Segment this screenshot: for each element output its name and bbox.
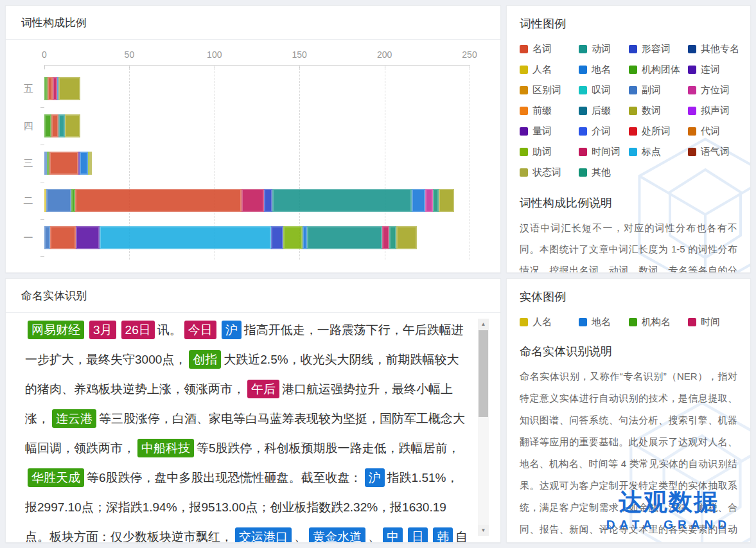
gridline — [470, 65, 470, 260]
bar-segment-副词[interactable] — [46, 189, 72, 212]
entity-time: 3月 — [89, 321, 116, 339]
chart-row: 五 — [44, 70, 470, 107]
chart-row: 一 — [44, 219, 470, 256]
legend-item: 语气词 — [688, 146, 739, 158]
legend-item: 时间词 — [579, 146, 629, 158]
legend-item: 处所词 — [629, 125, 688, 137]
bar-segment-名词[interactable] — [50, 226, 76, 249]
legend-item: 后缀 — [579, 105, 629, 117]
bar-segment-动词[interactable] — [307, 226, 382, 249]
bar-segment-名词[interactable] — [48, 77, 53, 100]
legend-item: 地名 — [579, 64, 629, 76]
bar-segment-助词[interactable] — [283, 226, 303, 249]
bar-segment-数词[interactable] — [396, 226, 417, 249]
bar-segment-动词[interactable] — [58, 114, 64, 137]
legend-color-chip — [579, 86, 587, 94]
bar-segment-形容词[interactable] — [264, 189, 272, 212]
legend-item: 助词 — [520, 146, 579, 158]
entity-time: 今日 — [184, 321, 216, 339]
bar-segment-名词[interactable] — [75, 189, 242, 212]
bar-segment-数词[interactable] — [65, 114, 80, 137]
legend-label: 地名 — [592, 64, 611, 76]
legend-item: 地名 — [579, 316, 629, 328]
bar-segment-地名[interactable] — [303, 226, 307, 249]
legend-color-chip — [520, 148, 528, 156]
stacked-bar — [44, 152, 470, 175]
bar-segment-方位词[interactable] — [425, 189, 433, 212]
bar-segment-时间词[interactable] — [53, 77, 57, 100]
ner-body: 网易财经3月26日讯。今日沪指高开低走，一路震荡下行，午后跌幅进一步扩大，最终失… — [6, 312, 500, 542]
legend-label: 机构名 — [642, 316, 671, 328]
bar-segment-名词[interactable] — [51, 114, 59, 137]
legend-item: 方位词 — [688, 84, 739, 96]
pos-chart-panel-title: 词性构成比例 — [6, 6, 500, 40]
y-axis-label: 一 — [17, 232, 39, 244]
legend-color-chip — [688, 107, 696, 115]
pos-desc-body: 汉语中词汇长短不一，对应的词性分布也各有不同。本图统计了文章中词汇长度为 1-5… — [520, 217, 737, 273]
bar-segment-机构团体[interactable] — [44, 114, 51, 137]
bar-segment-数词[interactable] — [58, 77, 80, 100]
scrollbar-down-arrow-icon[interactable]: ▼ — [478, 525, 489, 536]
bar-segment-地名[interactable] — [80, 152, 88, 175]
bar-segment-形容词[interactable] — [271, 226, 283, 249]
legend-color-chip — [688, 318, 696, 326]
ner-desc-title: 命名实体识别说明 — [520, 344, 737, 359]
logo-english-name: DATA GRAND — [606, 518, 731, 532]
chart-row: 二 — [44, 182, 470, 219]
legend-label: 方位词 — [701, 84, 730, 96]
ner-panel-title: 命名实体识别 — [6, 279, 500, 313]
bar-segment-数词[interactable] — [89, 152, 92, 175]
entity-loc: 日 — [408, 527, 428, 542]
legend-label: 叹词 — [592, 84, 611, 96]
legend-item: 数词 — [629, 105, 688, 117]
scrollbar-thumb[interactable] — [479, 330, 488, 417]
legend-label: 状态词 — [532, 166, 561, 179]
legend-label: 连词 — [701, 64, 720, 76]
bar-segment-时间词[interactable] — [242, 189, 263, 212]
legend-color-chip — [579, 168, 587, 177]
x-tick-label: 200 — [377, 49, 392, 60]
chart-row: 四 — [44, 107, 470, 145]
scrollbar-track[interactable]: ▲ ▼ — [478, 319, 489, 536]
legend-label: 名词 — [532, 43, 552, 55]
y-axis-label: 三 — [17, 157, 39, 170]
entity-loc: 沪 — [222, 321, 242, 339]
y-axis-label: 四 — [17, 120, 39, 132]
scrollbar-up-arrow-icon[interactable]: ▲ — [478, 319, 489, 330]
legend-label: 其他专名 — [701, 43, 739, 55]
bar-segment-量词[interactable] — [76, 226, 100, 249]
entity-org: 华胜天成 — [28, 468, 84, 487]
legend-color-chip — [629, 318, 637, 326]
bar-segment-其他[interactable] — [389, 226, 396, 249]
bar-segment-名词[interactable] — [49, 152, 78, 175]
legend-item: 叹词 — [579, 84, 629, 96]
entity-legend-title: 实体图例 — [520, 289, 737, 305]
x-tick-label: 150 — [292, 49, 307, 60]
bar-segment-地名[interactable] — [412, 189, 425, 212]
legend-label: 拟声词 — [701, 105, 730, 117]
bar-segment-标点[interactable] — [100, 226, 271, 249]
stacked-bar — [44, 189, 470, 212]
legend-item: 形容词 — [629, 43, 688, 55]
legend-label: 量词 — [532, 125, 552, 137]
bar-segment-动词[interactable] — [272, 189, 412, 212]
legend-color-chip — [688, 66, 696, 74]
ner-text-run: 讯。 — [157, 323, 182, 337]
bar-segment-副词[interactable] — [44, 226, 50, 249]
entity-org: 网易财经 — [28, 321, 84, 339]
legend-label: 后缀 — [592, 105, 611, 117]
pos-legend-title: 词性图例 — [520, 16, 737, 31]
legend-color-chip — [629, 148, 637, 156]
legend-color-chip — [520, 107, 528, 115]
bar-segment-时间词[interactable] — [382, 226, 390, 249]
legend-label: 形容词 — [642, 43, 671, 55]
chart-rows: 五四三二一 — [44, 65, 470, 260]
stacked-bar — [44, 114, 470, 137]
bar-segment-其他[interactable] — [433, 189, 439, 212]
legend-color-chip — [579, 318, 587, 326]
legend-label: 数词 — [642, 105, 661, 117]
bar-segment-数词[interactable] — [439, 189, 454, 212]
legend-label: 处所词 — [642, 125, 671, 137]
legend-label: 时间 — [701, 316, 720, 328]
legend-item: 其他 — [579, 166, 629, 179]
